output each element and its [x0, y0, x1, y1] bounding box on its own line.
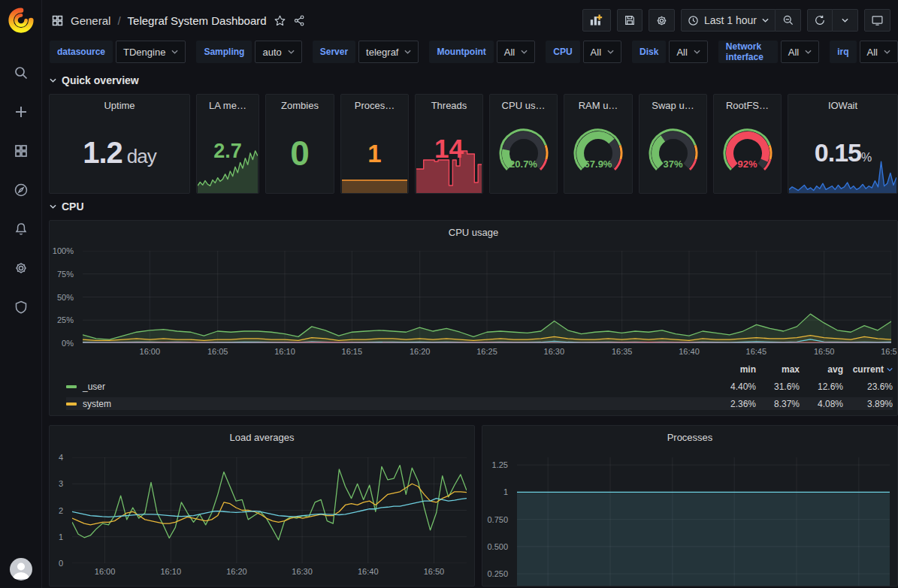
variable-label[interactable]: Server [313, 41, 355, 63]
iowait-panel: IOWait 0.15% [788, 94, 898, 194]
panel-title[interactable]: CPU us… [490, 95, 557, 113]
variable-sampling: Sampling auto [196, 41, 301, 63]
panel-title[interactable]: CPU usage [50, 221, 897, 240]
series-label[interactable]: system [83, 399, 712, 409]
time-range-button[interactable]: Last 1 hour [681, 9, 776, 32]
grafana-logo-icon[interactable] [7, 6, 35, 35]
legend-col-min[interactable]: min [712, 364, 756, 375]
cpu-usage-plot[interactable] [83, 251, 891, 343]
series-swatch [66, 385, 77, 388]
variable-label[interactable]: Disk [632, 41, 666, 63]
variable-label[interactable]: Network interface [718, 41, 778, 63]
panel-title[interactable]: Swap u… [639, 95, 706, 113]
cpu-legend-table: min max avg current _user 4.40% 31.6% 12… [66, 363, 893, 416]
dashboard-settings-button[interactable] [649, 9, 675, 32]
variable-label[interactable]: irq [830, 41, 856, 63]
variable-value-dropdown[interactable]: All [669, 41, 707, 63]
variable-value-dropdown[interactable]: All [583, 41, 621, 63]
panel-title[interactable]: RAM u… [564, 95, 632, 113]
load-averages-plot[interactable] [72, 457, 467, 563]
user-avatar[interactable] [10, 558, 32, 580]
save-dashboard-button[interactable] [617, 9, 643, 32]
variable-label[interactable]: CPU [546, 41, 579, 63]
processes-plot[interactable] [517, 457, 890, 586]
row-title: Quick overview [62, 74, 139, 86]
panel-title[interactable]: Load averages [50, 426, 474, 445]
panel-title[interactable]: Threads [416, 95, 482, 113]
chevron-down-icon [404, 50, 411, 54]
variable-label[interactable]: Mountpoint [429, 41, 493, 63]
share-icon[interactable] [293, 14, 306, 27]
chevron-down-icon [288, 50, 295, 54]
cpu-usage-gauge-panel: CPU us… 20.7% [489, 94, 558, 194]
legend-header-row: min max avg current [66, 363, 893, 375]
search-icon[interactable] [7, 62, 35, 84]
zombies-panel: Zombies 0 [265, 94, 334, 194]
load-average-panel: LA me… 2.7 [196, 94, 259, 194]
processes-panel: Processes 1.2510.7500.5000.250 [482, 425, 898, 586]
dashboard-grid-icon[interactable] [51, 14, 64, 27]
panel-title[interactable]: Zombies [266, 95, 334, 113]
panel-title[interactable]: LA me… [197, 95, 259, 113]
server-admin-shield-icon[interactable] [7, 296, 35, 318]
template-variables-bar: datasource TDengine Sampling auto Server… [42, 41, 898, 68]
threads-sparkline [416, 145, 482, 193]
cpu-usage-gauge [490, 113, 557, 193]
legend-col-avg[interactable]: avg [800, 364, 843, 375]
panel-title[interactable]: IOWait [788, 95, 897, 113]
variable-value-dropdown[interactable]: All [497, 41, 535, 63]
breadcrumb-section[interactable]: General [71, 14, 110, 27]
series-label[interactable]: _user [83, 381, 712, 392]
variable-mountpoint: Mountpoint All [429, 41, 535, 63]
refresh-button[interactable] [807, 9, 833, 32]
alerting-bell-icon[interactable] [7, 218, 35, 240]
panel-title[interactable]: Uptime [50, 95, 189, 113]
variable-value-dropdown[interactable]: TDengine [116, 41, 186, 63]
variable-value-dropdown[interactable]: telegraf [358, 41, 419, 63]
cpu-usage-panel: CPU usage 100%75%50%25%0% 16:0016:0516:1… [49, 220, 898, 416]
refresh-interval-dropdown[interactable] [833, 9, 858, 32]
ram-usage-gauge [564, 113, 632, 193]
panel-title[interactable]: Proces… [341, 95, 408, 113]
legend-row-iowait: iowait 0.696% 4.11% 1.10% 1.24% [66, 415, 893, 416]
variable-cpu: CPU All [546, 41, 621, 63]
y-axis: 100%75%50%25%0% [50, 251, 78, 343]
bottom-panels-row: Load averages 43210 16:0016:1016:2016:30… [49, 425, 898, 586]
legend-col-current[interactable]: current [843, 364, 893, 375]
dashboards-icon[interactable] [7, 140, 35, 162]
clock-icon [688, 15, 699, 26]
x-axis: 16:0016:1016:2016:3016:4016:50 [72, 563, 467, 577]
ram-usage-gauge-panel: RAM u… 67.9% [564, 94, 633, 194]
processes-stat-panel: Proces… 1 [340, 94, 409, 194]
series-label[interactable]: iowait [83, 416, 712, 417]
y-axis: 43210 [50, 457, 68, 563]
add-icon[interactable] [7, 101, 35, 123]
variable-value-dropdown[interactable]: auto [255, 41, 301, 63]
breadcrumb-dashboard-title[interactable]: Telegraf System Dashboard [128, 14, 267, 27]
explore-compass-icon[interactable] [7, 179, 35, 201]
x-axis: 16:0016:0516:1016:1516:2016:2516:3016:35… [83, 343, 891, 357]
sidebar [0, 0, 42, 588]
gauge-value: 67.9% [564, 158, 632, 170]
row-title: CPU [62, 201, 84, 213]
threads-panel: Threads 14 [415, 94, 483, 194]
add-panel-button[interactable] [582, 9, 611, 32]
variable-network-interface: Network interface All [718, 41, 819, 63]
variable-irq: irq All [830, 41, 898, 63]
star-icon[interactable] [274, 14, 286, 27]
panel-title[interactable]: Processes [482, 426, 897, 445]
configuration-gear-icon[interactable] [7, 257, 35, 279]
legend-col-max[interactable]: max [756, 364, 800, 375]
zoom-out-time-button[interactable] [776, 9, 801, 32]
variable-value-dropdown[interactable]: All [781, 41, 819, 63]
variable-label[interactable]: datasource [50, 41, 113, 63]
cycle-view-mode-button[interactable] [864, 9, 890, 32]
legend-row-user: _user 4.40% 31.6% 12.6% 23.6% [66, 380, 893, 393]
row-header-quick-overview[interactable]: Quick overview [50, 72, 898, 89]
variable-label[interactable]: Sampling [196, 41, 252, 63]
chevron-down-icon [694, 50, 700, 54]
panel-title[interactable]: RootFS… [714, 95, 781, 113]
variable-value-dropdown[interactable]: All [860, 41, 898, 63]
time-range-label: Last 1 hour [704, 14, 757, 26]
row-header-cpu[interactable]: CPU [50, 198, 898, 215]
